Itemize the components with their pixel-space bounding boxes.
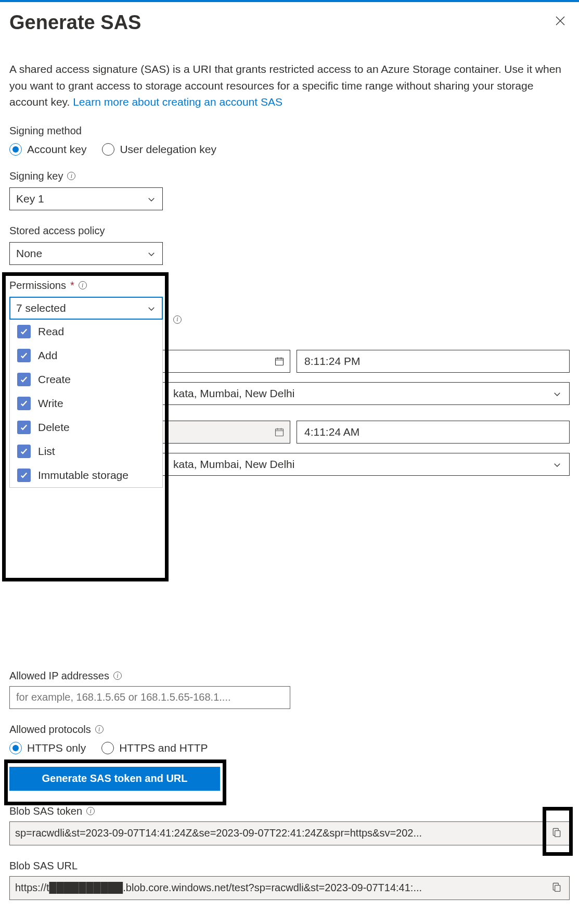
info-icon[interactable]: i — [79, 281, 87, 289]
sas-token-label: Blob SAS token i — [9, 805, 570, 817]
select-value: Key 1 — [16, 193, 44, 205]
allowed-protocols-label: Allowed protocols i — [9, 724, 570, 736]
option-label: Write — [38, 397, 63, 410]
checkbox-checked-icon — [17, 325, 31, 338]
info-icon[interactable]: i — [86, 807, 95, 815]
copy-url-button[interactable] — [549, 880, 564, 896]
permission-option-immutable[interactable]: Immutable storage — [10, 463, 162, 487]
select-value: None — [16, 247, 42, 260]
radio-https-only[interactable]: HTTPS only — [9, 742, 86, 754]
sas-url-value: https://t██████████.blob.core.windows.ne… — [15, 882, 545, 894]
radio-user-delegation[interactable]: User delegation key — [102, 143, 216, 156]
radio-icon — [9, 143, 22, 156]
copy-icon — [551, 886, 562, 894]
info-icon[interactable]: i — [67, 172, 75, 180]
allowed-ip-input[interactable] — [9, 686, 290, 709]
radio-icon — [101, 742, 114, 754]
permissions-label: Permissions * i — [9, 280, 570, 292]
option-label: Read — [38, 325, 64, 338]
permission-option-list[interactable]: List — [10, 439, 162, 463]
stored-policy-select[interactable]: None — [9, 242, 163, 265]
permission-option-write[interactable]: Write — [10, 391, 162, 415]
option-label: List — [38, 445, 55, 458]
permissions-select[interactable]: 7 selected — [9, 297, 163, 320]
info-icon[interactable]: i — [113, 672, 122, 680]
permission-option-delete[interactable]: Delete — [10, 415, 162, 439]
option-label: Delete — [38, 421, 70, 434]
copy-token-button[interactable] — [549, 825, 564, 841]
description-text: A shared access signature (SAS) is a URI… — [9, 61, 570, 110]
radio-label: Account key — [27, 143, 86, 156]
close-button[interactable] — [551, 11, 570, 32]
checkbox-checked-icon — [17, 421, 31, 434]
svg-rect-3 — [555, 885, 560, 892]
checkbox-checked-icon — [17, 469, 31, 482]
sas-url-label: Blob SAS URL — [9, 860, 570, 872]
select-value: 7 selected — [16, 302, 66, 314]
radio-label: HTTPS and HTTP — [119, 742, 208, 754]
sas-token-output: sp=racwdli&st=2023-09-07T14:41:24Z&se=20… — [9, 821, 570, 845]
allowed-ip-label: Allowed IP addresses i — [9, 670, 570, 682]
signing-key-label: Signing key i — [9, 170, 570, 182]
permissions-dropdown: Read Add Create Write — [9, 320, 163, 488]
info-icon[interactable]: i — [95, 725, 104, 733]
radio-icon — [9, 742, 22, 754]
checkbox-checked-icon — [17, 373, 31, 386]
sas-token-value: sp=racwdli&st=2023-09-07T14:41:24Z&se=20… — [15, 827, 545, 839]
page-title: Generate SAS — [9, 11, 141, 34]
chevron-down-icon — [147, 303, 156, 313]
permission-option-read[interactable]: Read — [10, 320, 162, 344]
checkbox-checked-icon — [17, 349, 31, 362]
checkbox-checked-icon — [17, 397, 31, 410]
signing-method-label: Signing method — [9, 125, 570, 137]
radio-account-key[interactable]: Account key — [9, 143, 86, 156]
radio-icon — [102, 143, 114, 156]
option-label: Immutable storage — [38, 469, 128, 482]
close-icon — [554, 21, 567, 29]
chevron-down-icon — [147, 194, 156, 204]
option-label: Create — [38, 373, 71, 386]
checkbox-checked-icon — [17, 445, 31, 458]
generate-sas-button[interactable]: Generate SAS token and URL — [9, 767, 220, 791]
stored-policy-label: Stored access policy — [9, 225, 570, 237]
radio-label: HTTPS only — [27, 742, 86, 754]
chevron-down-icon — [147, 249, 156, 258]
svg-rect-2 — [555, 831, 560, 837]
radio-https-http[interactable]: HTTPS and HTTP — [101, 742, 208, 754]
radio-label: User delegation key — [120, 143, 216, 156]
sas-url-output: https://t██████████.blob.core.windows.ne… — [9, 876, 570, 900]
option-label: Add — [38, 349, 57, 362]
permission-option-add[interactable]: Add — [10, 344, 162, 368]
copy-icon — [551, 831, 562, 839]
required-asterisk: * — [70, 280, 74, 292]
signing-key-select[interactable]: Key 1 — [9, 187, 163, 210]
permission-option-create[interactable]: Create — [10, 368, 162, 391]
learn-more-link[interactable]: Learn more about creating an account SAS — [73, 96, 282, 108]
